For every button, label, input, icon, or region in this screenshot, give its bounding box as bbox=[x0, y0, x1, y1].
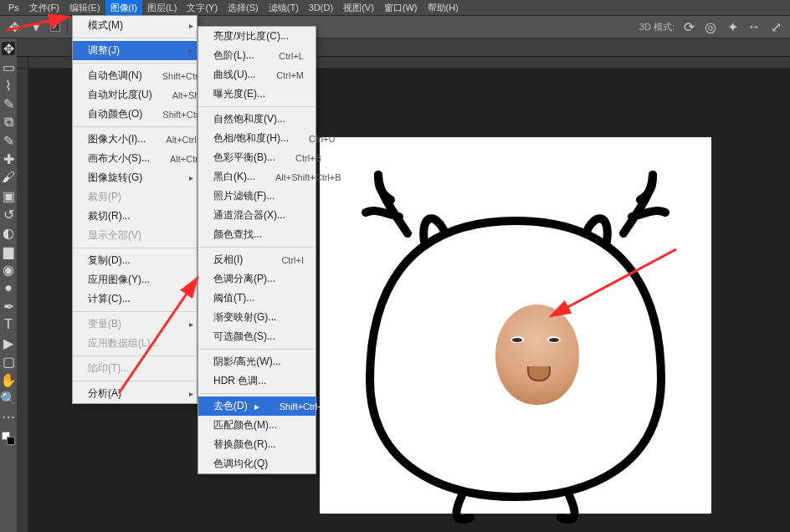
menu-view[interactable]: 视图(V) bbox=[338, 0, 379, 16]
slide-icon[interactable]: ↔ bbox=[746, 19, 762, 34]
calculations-item[interactable]: 计算(C)... bbox=[73, 289, 197, 309]
edit-toolbar[interactable]: ⋯ bbox=[2, 410, 15, 423]
separator-icon bbox=[74, 381, 196, 381]
hdr-toning-item[interactable]: HDR 色调... bbox=[198, 371, 315, 391]
curves-item[interactable]: 曲线(U)...Ctrl+M bbox=[198, 65, 315, 84]
move-tool[interactable]: ✥ bbox=[2, 42, 15, 55]
separator-icon bbox=[199, 393, 315, 394]
analysis-item[interactable]: 分析(A) bbox=[73, 384, 197, 403]
separator-icon bbox=[74, 356, 196, 356]
color-lookup-item[interactable]: 颜色查找... bbox=[198, 225, 315, 244]
tool-panel: ✥ ▭ ⌇ ✎ ⧉ ✎ ✚ 🖌 ▣ ↺ ◐ ▆ ◉ ● ✒ T ▶ ▢ ✋ 🔍 … bbox=[0, 38, 17, 532]
separator-icon bbox=[199, 349, 315, 350]
color-balance-item[interactable]: 色彩平衡(B)...Ctrl+B bbox=[198, 148, 315, 167]
vibrance-item[interactable]: 自然饱和度(V)... bbox=[198, 110, 315, 129]
three-d-mode-label: 3D 模式: bbox=[639, 21, 675, 33]
path-select-tool[interactable]: ▶ bbox=[2, 336, 15, 350]
apply-image-item[interactable]: 应用图像(Y)... bbox=[73, 270, 197, 289]
eyedropper-tool[interactable]: ✎ bbox=[2, 134, 15, 147]
auto-tone-item[interactable]: 自动色调(N)Shift+Ctrl+L bbox=[73, 66, 197, 85]
menu-window[interactable]: 窗口(W) bbox=[379, 0, 423, 16]
menu-type[interactable]: 文字(Y) bbox=[182, 0, 223, 16]
shadows-highlights-item[interactable]: 阴影/高光(W)... bbox=[198, 352, 315, 371]
trap-item[interactable]: 陷印(T)... bbox=[73, 359, 197, 378]
gradient-map-item[interactable]: 渐变映射(G)... bbox=[198, 308, 315, 327]
lasso-tool[interactable]: ⌇ bbox=[2, 79, 15, 92]
brightness-contrast-item[interactable]: 亮度/对比度(C)... bbox=[198, 27, 315, 46]
trim-item[interactable]: 裁切(R)... bbox=[73, 207, 197, 226]
selective-color-item[interactable]: 可选颜色(S)... bbox=[198, 327, 315, 346]
history-brush-tool[interactable]: ↺ bbox=[2, 207, 15, 221]
healing-tool[interactable]: ✚ bbox=[2, 152, 15, 166]
zoom-tool[interactable]: 🔍 bbox=[2, 391, 15, 405]
menu-3d[interactable]: 3D(D) bbox=[304, 1, 338, 14]
adjustments-item[interactable]: 调整(J) bbox=[73, 41, 197, 60]
black-white-item[interactable]: 黑白(K)...Alt+Shift+Ctrl+B bbox=[198, 167, 315, 187]
separator-icon bbox=[74, 38, 196, 38]
menu-layer[interactable]: 图层(L) bbox=[142, 0, 182, 16]
ruler-origin bbox=[17, 57, 28, 69]
separator-icon bbox=[74, 63, 196, 64]
duplicate-item[interactable]: 复制(D)... bbox=[73, 251, 197, 270]
dodge-tool[interactable]: ● bbox=[2, 281, 15, 294]
menu-image[interactable]: 图像(I) bbox=[105, 0, 142, 16]
datasets-item[interactable]: 应用数据组(L)... bbox=[73, 334, 197, 353]
separator-icon bbox=[74, 311, 196, 312]
pen-tool[interactable]: ✒ bbox=[2, 299, 15, 313]
pan-icon[interactable]: ✦ bbox=[725, 19, 740, 34]
threshold-item[interactable]: 阈值(T)... bbox=[198, 289, 315, 308]
ruler-vertical bbox=[17, 69, 28, 532]
type-tool[interactable]: T bbox=[2, 318, 15, 331]
menu-file[interactable]: 文件(F) bbox=[24, 0, 64, 16]
auto-color-item[interactable]: 自动颜色(O)Shift+Ctrl+B bbox=[73, 105, 197, 124]
hue-saturation-item[interactable]: 色相/饱和度(H)...Ctrl+U bbox=[198, 129, 315, 148]
crop-tool[interactable]: ⧉ bbox=[2, 115, 15, 129]
gradient-tool[interactable]: ▆ bbox=[2, 244, 15, 258]
separator-icon bbox=[74, 126, 196, 127]
desaturate-item[interactable]: 去色(D)▸Shift+Ctrl+U bbox=[198, 396, 315, 416]
exposure-item[interactable]: 曝光度(E)... bbox=[198, 84, 315, 104]
reveal-all-item[interactable]: 显示全部(V) bbox=[73, 226, 197, 245]
hand-tool[interactable]: ✋ bbox=[2, 373, 15, 386]
menu-bar: Ps 文件(F) 编辑(E) 图像(I) 图层(L) 文字(Y) 选择(S) 滤… bbox=[0, 0, 790, 15]
orbit-icon[interactable]: ◎ bbox=[703, 19, 718, 34]
auto-contrast-item[interactable]: 自动对比度(U)Alt+Shift+Ctrl+L bbox=[73, 85, 197, 105]
eraser-tool[interactable]: ◐ bbox=[2, 226, 15, 239]
photo-filter-item[interactable]: 照片滤镜(F)... bbox=[198, 187, 315, 206]
match-color-item[interactable]: 匹配颜色(M)... bbox=[198, 416, 315, 435]
variables-item[interactable]: 变量(B) bbox=[73, 315, 197, 334]
rectangle-tool[interactable]: ▢ bbox=[2, 355, 15, 368]
rotate-icon[interactable]: ⟳ bbox=[681, 19, 696, 34]
image-menu-dropdown: 模式(M) 调整(J) 自动色调(N)Shift+Ctrl+L 自动对比度(U)… bbox=[72, 15, 198, 404]
levels-item[interactable]: 色阶(L)...Ctrl+L bbox=[198, 46, 315, 65]
dropdown-icon[interactable]: ▾ bbox=[28, 19, 44, 34]
mode-item[interactable]: 模式(M) bbox=[73, 16, 197, 35]
stamp-tool[interactable]: ▣ bbox=[2, 189, 15, 202]
auto-select-checkbox[interactable] bbox=[50, 22, 60, 32]
quick-select-tool[interactable]: ✎ bbox=[2, 97, 15, 110]
crop-item[interactable]: 裁剪(P) bbox=[73, 187, 197, 207]
document-canvas[interactable] bbox=[320, 137, 711, 514]
menu-select[interactable]: 选择(S) bbox=[223, 0, 264, 16]
fg-bg-swatch[interactable] bbox=[2, 432, 15, 445]
image-size-item[interactable]: 图像大小(I)...Alt+Ctrl+I bbox=[73, 130, 197, 149]
scale-icon[interactable]: ⤢ bbox=[768, 19, 783, 34]
replace-color-item[interactable]: 替换颜色(R)... bbox=[198, 435, 315, 454]
adjustments-submenu: 亮度/对比度(C)... 色阶(L)...Ctrl+L 曲线(U)...Ctrl… bbox=[198, 26, 316, 474]
channel-mixer-item[interactable]: 通道混合器(X)... bbox=[198, 206, 315, 225]
menu-help[interactable]: 帮助(H) bbox=[423, 0, 464, 16]
canvas-size-item[interactable]: 画布大小(S)...Alt+Ctrl+C bbox=[73, 149, 197, 168]
blur-tool[interactable]: ◉ bbox=[2, 263, 15, 276]
separator-icon bbox=[74, 248, 196, 248]
menu-filter[interactable]: 滤镜(T) bbox=[264, 0, 304, 16]
equalize-item[interactable]: 色调均化(Q) bbox=[198, 454, 315, 473]
separator-icon bbox=[67, 19, 68, 34]
separator-icon bbox=[199, 247, 315, 248]
menu-edit[interactable]: 编辑(E) bbox=[64, 0, 105, 16]
posterize-item[interactable]: 色调分离(P)... bbox=[198, 269, 315, 289]
brush-tool[interactable]: 🖌 bbox=[2, 171, 15, 184]
invert-item[interactable]: 反相(I)Ctrl+I bbox=[198, 250, 315, 269]
embedded-face-image bbox=[495, 304, 579, 405]
image-rotation-item[interactable]: 图像旋转(G) bbox=[73, 168, 197, 187]
marquee-tool[interactable]: ▭ bbox=[2, 60, 15, 74]
